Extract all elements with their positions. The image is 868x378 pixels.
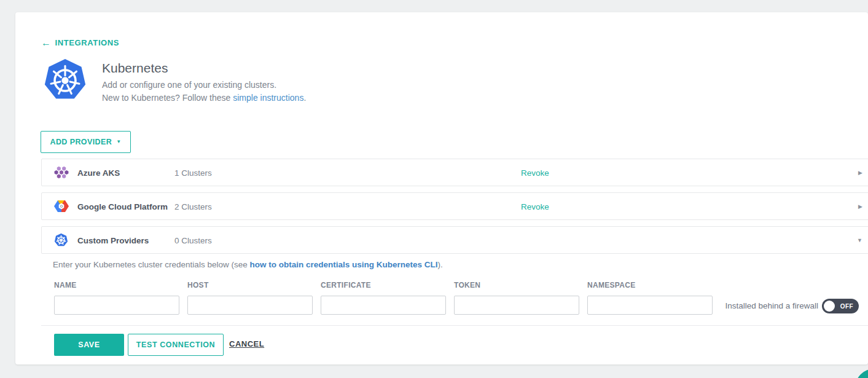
name-field-label: NAME [54,281,77,289]
provider-row-google-cloud[interactable]: Google Cloud Platform 2 Clusters Revoke … [41,192,868,220]
firewall-toggle[interactable]: OFF [822,299,859,313]
add-provider-button[interactable]: ADD PROVIDER ▼ [41,131,131,153]
token-field-label: TOKEN [454,281,480,289]
cancel-link[interactable]: CANCEL [229,339,264,348]
back-label: INTEGRATIONS [55,38,119,47]
revoke-link[interactable]: Revoke [521,202,549,211]
chat-bubble-button[interactable] [855,369,868,378]
revoke-link[interactable]: Revoke [521,168,549,177]
credentials-intro-suffix: ). [437,260,442,269]
form-divider [41,325,868,326]
page-help-line: New to Kubernetes? Follow these simple i… [102,93,306,103]
host-field[interactable] [187,296,313,315]
toggle-knob [824,301,835,312]
chevron-down-icon[interactable]: ▼ [857,237,862,243]
firewall-label: Installed behind a firewall [722,301,818,310]
integration-card: ← INTEGRATIONS Kubernetes [15,12,868,364]
credentials-intro-text: Enter your Kubernetes cluster credential… [53,260,249,269]
provider-cluster-count: 0 Clusters [174,235,212,245]
page-title: Kubernetes [102,61,168,76]
certificate-field-label: CERTIFICATE [321,281,371,289]
provider-row-custom-providers[interactable]: Custom Providers 0 Clusters ▼ [41,226,868,254]
save-button[interactable]: SAVE [54,334,124,356]
test-connection-button[interactable]: TEST CONNECTION [128,334,224,356]
add-provider-label: ADD PROVIDER [50,138,112,146]
azure-aks-icon [54,165,70,180]
provider-name: Azure AKS [77,168,120,177]
help-text: New to Kubernetes? Follow these [102,93,233,103]
certificate-field[interactable] [321,296,446,315]
google-cloud-platform-icon [54,199,70,214]
namespace-field-label: NAMESPACE [587,281,636,289]
credentials-intro: Enter your Kubernetes cluster credential… [53,260,443,269]
chevron-right-icon[interactable]: ▶ [858,170,862,176]
provider-row-azure-aks[interactable]: Azure AKS 1 Clusters Revoke ▶ [41,159,868,186]
provider-name: Custom Providers [77,235,149,245]
provider-name: Google Cloud Platform [77,202,168,211]
provider-cluster-count: 1 Clusters [174,168,212,177]
caret-down-icon: ▼ [116,140,121,144]
host-field-label: HOST [187,281,209,289]
obtain-credentials-link[interactable]: how to obtain credentials using Kubernet… [249,260,437,269]
page-subtitle: Add or configure one of your existing cl… [102,80,276,90]
token-field[interactable] [454,296,579,315]
back-to-integrations-link[interactable]: ← INTEGRATIONS [41,38,119,47]
kubernetes-icon [54,233,70,248]
kubernetes-logo-icon [43,58,87,102]
toggle-state-label: OFF [840,303,853,310]
page: ← INTEGRATIONS Kubernetes [0,0,868,378]
namespace-field[interactable] [587,296,713,315]
back-arrow-icon: ← [41,39,52,47]
help-text-suffix: . [303,93,306,103]
simple-instructions-link[interactable]: simple instructions [233,93,303,103]
name-field[interactable] [54,296,179,315]
provider-cluster-count: 2 Clusters [174,202,212,211]
chevron-right-icon[interactable]: ▶ [858,203,862,210]
